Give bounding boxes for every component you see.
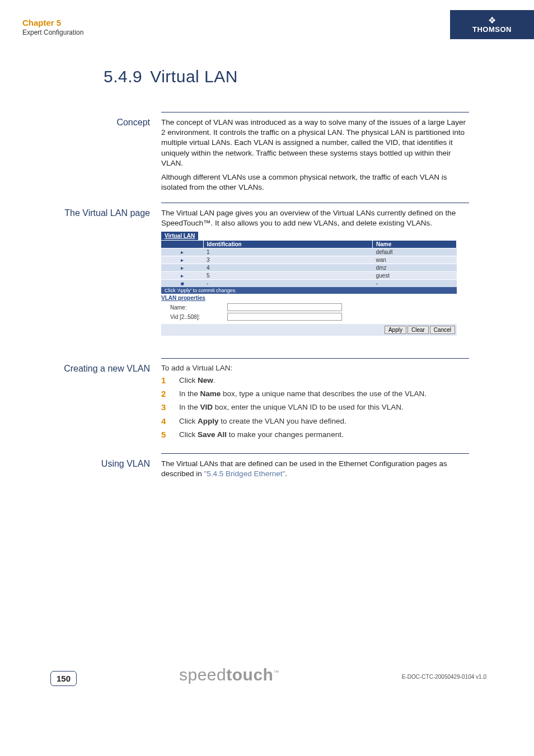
clear-button[interactable]: Clear (407, 326, 429, 334)
title-text: Virtual LAN (150, 67, 238, 86)
section-label-concept: Concept (10, 118, 150, 128)
rule (161, 112, 469, 112)
chapter-title: Chapter 5 (22, 18, 83, 27)
step-5: 5Click Save All to make your changes per… (161, 430, 469, 440)
page-number: 150 (50, 671, 77, 686)
vlan-tab[interactable]: Virtual LAN (161, 232, 198, 241)
creating-steps: To add a Virtual LAN: 1Click New. 2In th… (161, 364, 469, 443)
col-identification: Identification (203, 241, 373, 248)
name-label: Name: (170, 304, 221, 311)
vlan-hint: Click 'Apply' to commit changes. (161, 287, 457, 294)
vid-label: Vid [2..508]: (170, 314, 221, 320)
apply-button[interactable]: Apply (385, 326, 406, 334)
step-3: 3In the VID box, enter the unique VLAN I… (161, 402, 469, 412)
chapter-subtitle: Expert Configuration (22, 29, 83, 36)
section-label-creating: Creating a new VLAN (10, 364, 150, 374)
vlan-props-heading: VLAN properties (161, 294, 457, 302)
rule (161, 358, 469, 359)
step-4: 4Click Apply to create the VLAN you have… (161, 416, 469, 426)
doc-id: E-DOC-CTC-20050429-0104 v1.0 (402, 674, 486, 680)
cancel-button[interactable]: Cancel (430, 326, 455, 334)
speedtouch-logo: speedtouch™ (179, 665, 279, 684)
table-row[interactable]: ▸3wan (161, 256, 457, 264)
arrow-icon: ▸ (161, 248, 203, 256)
step-2: 2In the Name box, type a unique name tha… (161, 389, 469, 399)
page-title: 5.4.9Virtual LAN (104, 67, 238, 86)
rule (161, 203, 469, 203)
arrow-icon: ▸ (161, 272, 203, 280)
table-row[interactable]: ▸5guest (161, 272, 457, 280)
chapter-block: Chapter 5 Expert Configuration (22, 18, 83, 36)
arrow-icon: ▸ (161, 264, 203, 272)
vlan-screenshot: Virtual LAN Identification Name ▸1defaul… (161, 232, 457, 336)
vlan-table: Identification Name ▸1default ▸3wan ▸4dm… (161, 241, 457, 287)
brand-icon: ❖ (488, 16, 496, 25)
square-icon: ■ (161, 280, 203, 288)
table-row[interactable]: ■-- (161, 280, 457, 288)
button-row: Apply Clear Cancel (161, 324, 457, 336)
rule (161, 453, 469, 454)
vid-input[interactable] (227, 313, 342, 321)
title-number: 5.4.9 (104, 67, 142, 86)
vlanpage-p1: The Virtual LAN page gives you an overvi… (161, 208, 469, 228)
brand-text: THOMSON (472, 25, 512, 34)
creating-intro: To add a Virtual LAN: (161, 364, 469, 372)
vlan-props: Name: Vid [2..508]: (161, 302, 457, 323)
name-input[interactable] (227, 303, 342, 311)
table-row[interactable]: ▸1default (161, 248, 457, 256)
brand-band: ❖ THOMSON (450, 10, 534, 39)
col-name: Name (373, 241, 457, 248)
arrow-icon: ▸ (161, 256, 203, 264)
section-label-using: Using VLAN (10, 459, 150, 469)
section-label-vlanpage: The Virtual LAN page (10, 208, 150, 218)
step-1: 1Click New. (161, 375, 469, 386)
table-row[interactable]: ▸4dmz (161, 264, 457, 272)
using-p1: The Virtual LANs that are defined can be… (161, 459, 469, 479)
bridged-ethernet-link[interactable]: "5.4.5 Bridged Ethernet" (204, 469, 285, 478)
concept-p1: The concept of VLAN was introduced as a … (161, 118, 469, 168)
concept-p2: Although different VLANs use a common ph… (161, 172, 469, 192)
